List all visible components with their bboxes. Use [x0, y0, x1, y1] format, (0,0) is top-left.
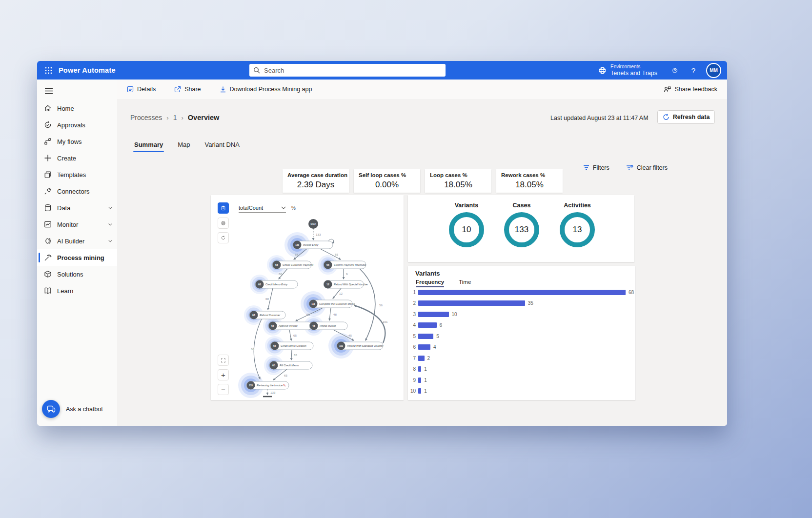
sidebar-item-connectors[interactable]: Connectors	[37, 183, 117, 199]
map-node-reject-invoice[interactable]: 48Reject Invoice	[309, 322, 347, 330]
svg-text:Confirm Payment Received: Confirm Payment Received	[334, 263, 366, 266]
variant-index: 2	[408, 300, 416, 306]
fit-to-screen-icon[interactable]	[218, 355, 229, 366]
variants-tabs: FrequencyTime	[416, 279, 471, 287]
map-edge-label: 48	[333, 313, 337, 316]
zoom-in-button[interactable]: +	[218, 369, 229, 380]
map-node-refund-customer[interactable]: 68Refund Customer	[249, 311, 285, 319]
sidebar-item-solutions[interactable]: Solutions	[37, 266, 117, 282]
settings-gear-icon[interactable]	[669, 64, 681, 76]
svg-text:Refund With Standard Voucher: Refund With Standard Voucher	[347, 344, 384, 347]
map-node-credit-memo-entry[interactable]: 68Credit Memo Entry	[255, 280, 298, 289]
variant-bar[interactable]	[418, 366, 421, 372]
svg-text:48: 48	[312, 324, 315, 327]
sidebar-item-create[interactable]: Create	[37, 150, 117, 166]
map-layers-icon[interactable]	[218, 202, 229, 214]
map-focus-icon[interactable]	[218, 218, 229, 229]
map-node-check-customer-payment[interactable]: 68Check Customer Payment	[272, 261, 313, 269]
metric-donut: 13	[560, 212, 595, 247]
share-button[interactable]: Share	[171, 85, 203, 93]
map-metric-dropdown[interactable]: totalCount	[239, 203, 286, 213]
details-button[interactable]: Details	[124, 85, 159, 93]
refresh-data-button[interactable]: Refresh data	[657, 110, 715, 124]
ai-builder-icon	[43, 237, 52, 245]
search-input[interactable]	[263, 66, 442, 75]
variant-bar[interactable]	[418, 356, 425, 361]
sidebar-item-ai-builder[interactable]: AI Builder	[37, 233, 117, 249]
sidebar-item-data[interactable]: Data	[37, 199, 117, 216]
main-area: Details Share Download Process Mining ap…	[117, 80, 727, 426]
breadcrumb-item[interactable]: 1	[173, 114, 177, 121]
variant-row[interactable]: 235	[408, 300, 533, 306]
variant-row[interactable]: 64	[408, 344, 436, 350]
variant-row[interactable]: 72	[408, 355, 430, 361]
map-node-confirm-payment-received[interactable]: 65Confirm Payment Received	[324, 261, 366, 269]
sidebar-item-monitor[interactable]: Monitor	[37, 216, 117, 233]
sidebar-item-my-flows[interactable]: My flows	[37, 133, 117, 150]
variant-bar[interactable]	[418, 378, 421, 383]
map-node-refund-with-special-voucher[interactable]: 12Refund With Special Voucher	[324, 280, 368, 289]
kpi-value: 2.39 Days	[287, 180, 344, 190]
variant-row[interactable]: 91	[408, 377, 427, 383]
map-edge-label: 9	[346, 272, 348, 276]
variant-value: 1	[424, 378, 427, 383]
sidebar-item-learn[interactable]: Learn	[37, 282, 117, 299]
variant-bar[interactable]	[418, 300, 525, 306]
tab-variant-dna[interactable]: Variant DNA	[204, 139, 241, 152]
filters-button[interactable]: Filters	[580, 164, 612, 172]
sidebar-item-process-mining[interactable]: Process mining	[37, 249, 117, 266]
approvals-icon	[43, 121, 52, 129]
variant-row[interactable]: 55	[408, 333, 439, 339]
breadcrumb-separator: ›	[166, 114, 168, 121]
zoom-out-button[interactable]: −	[218, 384, 229, 395]
svg-text:Start: Start	[310, 222, 316, 225]
environment-picker[interactable]: Environments Tenets and Traps	[593, 61, 662, 80]
map-node-credit-memo-creation[interactable]: 65Credit Memo Creation	[270, 342, 313, 350]
variant-index: 10	[408, 388, 416, 394]
environments-label: Environments	[610, 64, 657, 70]
learn-icon	[43, 287, 52, 295]
svg-text:Credit Memo Creation: Credit Memo Creation	[281, 344, 306, 347]
search-box[interactable]	[249, 64, 446, 77]
chatbot-icon[interactable]	[42, 400, 60, 418]
sidebar-item-templates[interactable]: Templates	[37, 166, 117, 183]
variant-row[interactable]: 168	[408, 289, 634, 295]
variant-row[interactable]: 101	[408, 388, 427, 394]
variant-row[interactable]: 81	[408, 366, 427, 372]
variants-tab-time[interactable]: Time	[459, 279, 471, 287]
map-node-refund-with-standard-voucher[interactable]: 101Refund With Standard Voucher	[337, 342, 384, 350]
map-node-approve-invoice[interactable]: 65Approve Invoice	[268, 322, 312, 330]
tab-map[interactable]: Map	[177, 139, 191, 152]
variant-bar[interactable]	[418, 290, 626, 295]
process-map[interactable]: 133686568912686548451016565686556133Star…	[211, 195, 404, 400]
metric-value: 10	[462, 225, 471, 235]
map-node-fill-credit-memo[interactable]: 65Fill Credit Memo	[269, 361, 312, 370]
map-node-complete-the-customer-memo[interactable]: 113Complete the Customer Memo	[309, 300, 355, 308]
sidebar-item-home[interactable]: Home	[37, 100, 117, 117]
map-node-start[interactable]: Start	[308, 219, 318, 229]
variant-bar[interactable]	[418, 322, 437, 328]
map-reset-icon[interactable]	[218, 232, 229, 243]
variant-row[interactable]: 310	[408, 311, 457, 317]
avatar[interactable]: MM	[706, 63, 721, 78]
variant-bar[interactable]	[418, 334, 433, 339]
breadcrumb-item[interactable]: Processes	[130, 114, 162, 121]
variant-bar[interactable]	[418, 312, 449, 317]
variant-value: 2	[427, 356, 430, 361]
download-app-button[interactable]: Download Process Mining app	[217, 85, 315, 93]
map-node-re-issuing-the-invoice[interactable]: 133Re-issuing the Invoice✎	[246, 381, 289, 390]
help-icon[interactable]: ?	[688, 64, 699, 76]
variant-row[interactable]: 46	[408, 322, 442, 328]
variant-bar[interactable]	[418, 344, 430, 350]
variants-tab-frequency[interactable]: Frequency	[416, 279, 444, 287]
tab-summary[interactable]: Summary	[133, 139, 164, 152]
app-launcher-icon[interactable]	[41, 63, 56, 78]
sidebar-item-approvals[interactable]: Approvals	[37, 117, 117, 133]
hamburger-menu-icon[interactable]	[42, 84, 56, 97]
share-feedback-button[interactable]: Share feedback	[661, 85, 720, 93]
variant-bar[interactable]	[418, 388, 421, 394]
variant-index: 9	[408, 378, 416, 383]
details-icon	[127, 86, 134, 93]
clear-filters-button[interactable]: Clear filters	[623, 164, 670, 172]
app-window: Power Automate Environments Tenets and T	[37, 61, 727, 426]
